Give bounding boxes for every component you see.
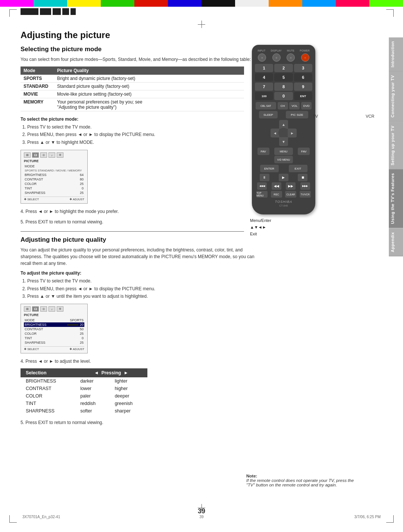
step4-text: 4. Press ◄ or ► to highlight the mode yo… xyxy=(21,208,256,215)
btn-3[interactable]: 3 xyxy=(294,64,312,72)
btn-5[interactable]: 5 xyxy=(274,73,293,81)
pressing-row-brightness: BRIGHTNESS darker lighter xyxy=(21,377,147,385)
btn-9[interactable]: 9 xyxy=(294,83,312,91)
tab-using-features[interactable]: Using the TV's Features xyxy=(389,169,403,228)
ch-btn[interactable]: CH xyxy=(278,102,288,109)
picsize-btn[interactable]: PIC SIZE xyxy=(286,111,308,118)
skip-search-left-btn[interactable]: ◀◀◀ xyxy=(257,182,267,190)
screen1-mode-row: MODE xyxy=(24,164,84,168)
pressing-row-color: COLOR paler deeper xyxy=(21,392,147,400)
btn-100[interactable]: 100 xyxy=(255,92,273,100)
vd-menu-btn[interactable]: V/D MENU xyxy=(274,156,293,163)
pressing-name: TINT xyxy=(21,400,75,407)
screen1-tint: TINT0 xyxy=(24,186,84,191)
color-block-blue xyxy=(168,0,202,7)
rew-btn[interactable]: ◀◀ xyxy=(272,182,281,190)
ff-btn[interactable]: ▶▶ xyxy=(286,182,296,190)
list-item: Press TV to select the TV mode. xyxy=(27,123,256,131)
color-block-green xyxy=(101,0,134,7)
display-label: DISPLAY xyxy=(271,49,282,52)
screen1-contrast: CONTRAST80 xyxy=(24,177,84,182)
mode-cell: STANDARD xyxy=(21,83,54,90)
screen1-sharpness: SHARPNESS25 xyxy=(24,191,84,195)
select-mode-heading: To select the picture mode: xyxy=(21,117,256,122)
color-block-yellow xyxy=(67,0,101,7)
skip-search-right-btn[interactable]: ▶▶▶ xyxy=(300,182,310,190)
number-grid: 1 2 3 4 5 6 7 8 9 100 0 ENT xyxy=(255,64,312,100)
corner-mark-tl xyxy=(9,9,17,17)
fav-left-btn[interactable]: FAV xyxy=(257,148,269,155)
display-btn[interactable]: ○ xyxy=(272,53,281,62)
top-menu-btn[interactable]: TOP MENU xyxy=(256,191,268,198)
pause-btn[interactable]: ⏸ xyxy=(260,174,269,181)
corner-mark-br xyxy=(386,515,394,523)
btn-ent[interactable]: ENT xyxy=(294,92,312,100)
btn-7[interactable]: 7 xyxy=(255,83,273,91)
input-label: INPUT xyxy=(257,49,265,52)
enter-exit-row: ENTER EXIT xyxy=(255,165,312,172)
vol-btn[interactable]: VOL xyxy=(289,102,300,109)
mode-cell: SPORTS xyxy=(21,75,54,83)
tab-setting-up[interactable]: Setting up your TV xyxy=(389,122,403,170)
callout-label: ▲▼◄► xyxy=(250,225,266,229)
tv-vcr-btn[interactable]: TV/VCR xyxy=(300,191,311,198)
stop-btn[interactable]: ⏹ xyxy=(298,174,307,181)
screen-image-2: ▤ 🎞 ◎ ♪ ⚙ PICTURE MODESPORTS BRIGHTNESS … xyxy=(21,304,88,353)
footer-right: 3/7/06, 6:25 PM xyxy=(354,515,381,519)
color-block-orange xyxy=(269,0,302,7)
screen2-color: COLOR25 xyxy=(24,331,84,336)
screen-icons: ▤ 🎞 ◎ ♪ ⚙ xyxy=(24,152,84,158)
btn-8[interactable]: 8 xyxy=(274,83,293,91)
btn-6[interactable]: 6 xyxy=(294,73,312,81)
rec-btn[interactable]: REC xyxy=(271,191,282,198)
exit-btn[interactable]: EXIT xyxy=(289,165,307,172)
screen-icon2-2: 🎞 xyxy=(32,306,39,312)
sleep-btn[interactable]: SLEEP xyxy=(259,111,278,118)
fav-right-btn[interactable]: FAV xyxy=(298,148,310,155)
input-btn[interactable]: ○ xyxy=(258,53,266,62)
cbls-sat-btn[interactable]: CBL·SAT xyxy=(256,102,276,109)
power-btn[interactable]: ○ xyxy=(301,53,309,62)
clear-btn[interactable]: CLEAR xyxy=(285,191,296,198)
enter-btn[interactable]: ENTER xyxy=(260,165,279,172)
adjust-quality-heading: To adjust the picture quality: xyxy=(21,270,256,276)
tab-introduction[interactable]: Introduction xyxy=(389,37,403,71)
btn-1[interactable]: 1 xyxy=(255,64,273,72)
arrow-down[interactable]: ▼ xyxy=(279,137,288,146)
dvd-btn[interactable]: DVD xyxy=(301,102,312,109)
table-row: MOVIE Movie-like picture setting (factor… xyxy=(21,90,244,98)
screen1-modes: SPORTS STANDARD / MOVIE / MEMORY xyxy=(24,168,84,173)
color-block-magenta xyxy=(0,0,34,7)
adjust-quality-steps: Press TV to select the TV mode. Press ME… xyxy=(21,277,256,300)
btn-4[interactable]: 4 xyxy=(255,73,273,81)
pressing-left: reddish xyxy=(75,400,109,407)
screen2-title: PICTURE xyxy=(24,313,84,317)
right-tabs: Introduction Connecting your TV Setting … xyxy=(389,37,403,256)
mute-btn[interactable]: ○ xyxy=(287,53,295,62)
note-box: Note: If the remote control does not ope… xyxy=(246,468,354,487)
pressing-row-sharpness: SHARPNESS softer sharper xyxy=(21,407,147,415)
select-mode-steps: Press TV to select the TV mode. Press ME… xyxy=(21,123,256,146)
page-title: Adjusting the picture xyxy=(21,30,256,40)
play-btn[interactable]: ▶ xyxy=(279,174,288,181)
note-label: Note: xyxy=(246,474,257,478)
btn-2[interactable]: 2 xyxy=(274,64,293,72)
pressing-right: deeper xyxy=(109,392,147,400)
tab-connecting[interactable]: Connecting your TV xyxy=(389,71,403,122)
tab-appendix[interactable]: Appendix xyxy=(389,228,403,256)
color-block-pink xyxy=(336,0,369,7)
color-block-black xyxy=(202,0,235,7)
color-block-lightblue xyxy=(302,0,336,7)
btn-0[interactable]: 0 xyxy=(274,92,293,100)
remote-container: INPUT DISPLAY MUTE POWER ○ ○ ○ ○ 1 2 3 4… xyxy=(246,45,321,236)
sleep-picsize-row: SLEEP PIC SIZE xyxy=(255,111,312,118)
list-item: Press MENU, then press ◄ or ► to display… xyxy=(27,285,256,293)
top-color-bar xyxy=(0,0,403,7)
callout-area: Menu/Enter ▲▼◄► Exit xyxy=(246,218,321,236)
pressing-name: SHARPNESS xyxy=(21,407,75,415)
menu-btn[interactable]: MENU xyxy=(274,148,293,155)
remote-model: CT-846 xyxy=(255,204,312,207)
callout-nav: ▲▼◄► xyxy=(250,225,321,229)
arrow-right[interactable]: ► xyxy=(288,129,297,137)
table-row: STANDARD Standard picture quality (facto… xyxy=(21,83,244,90)
